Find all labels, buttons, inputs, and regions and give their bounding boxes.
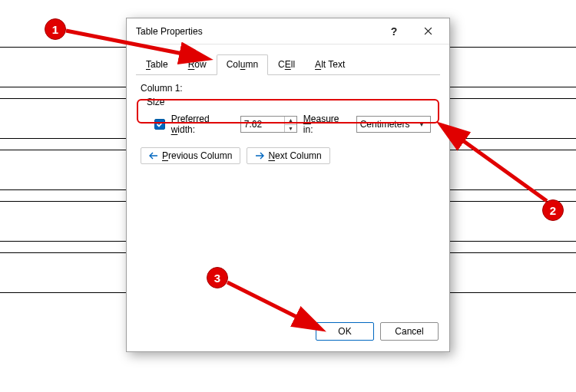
spinner-arrows: ▲ ▼: [284, 117, 296, 132]
measure-in-value: Centimeters: [360, 119, 416, 130]
size-group-label: Size: [147, 97, 437, 107]
check-icon: [156, 120, 164, 128]
close-icon: [424, 27, 432, 35]
tab-cell[interactable]: CEll: [268, 54, 305, 75]
preferred-width-checkbox[interactable]: [154, 119, 165, 130]
annotation-marker-2: 2: [542, 199, 564, 221]
tab-alt-text[interactable]: Alt Text: [305, 54, 355, 75]
column-number-label: Column 1:: [141, 83, 437, 94]
help-button[interactable]: ?: [377, 20, 411, 43]
dialog-body: Column 1: Size Preferred width: ▲ ▼ Meas…: [127, 75, 449, 315]
tab-row[interactable]: Row: [178, 54, 217, 75]
spinner-up-icon[interactable]: ▲: [285, 117, 296, 125]
ok-button[interactable]: OK: [316, 322, 374, 341]
width-spinner[interactable]: ▲ ▼: [240, 116, 297, 133]
size-row: Preferred width: ▲ ▼ Measure in: Centime…: [141, 109, 437, 140]
arrow-right-icon: [255, 152, 264, 160]
annotation-marker-3: 3: [207, 267, 228, 288]
tab-column[interactable]: Column: [217, 54, 268, 75]
cancel-button[interactable]: Cancel: [380, 322, 439, 341]
dialog-titlebar: Table Properties ?: [127, 18, 449, 44]
dialog-tabs: Table Row Column CEll Alt Text: [136, 54, 440, 75]
close-button[interactable]: [411, 20, 445, 43]
column-nav-row: Previous Column Next Column: [141, 147, 437, 164]
table-properties-dialog: Table Properties ? Table Row Column CEll…: [126, 18, 450, 352]
previous-column-button[interactable]: Previous Column: [141, 147, 240, 164]
tab-table[interactable]: Table: [136, 54, 178, 75]
arrow-left-icon: [149, 152, 158, 160]
width-input[interactable]: [241, 117, 284, 132]
dialog-title: Table Properties: [136, 26, 377, 37]
preferred-width-label: Preferred width:: [171, 114, 234, 135]
chevron-down-icon: ▼: [416, 121, 427, 128]
measure-in-label: Measure in:: [303, 114, 350, 135]
measure-in-select[interactable]: Centimeters ▼: [356, 116, 431, 133]
dialog-footer: OK Cancel: [127, 315, 449, 351]
annotation-marker-1: 1: [45, 18, 66, 40]
next-column-button[interactable]: Next Column: [247, 147, 329, 164]
spinner-down-icon[interactable]: ▼: [285, 125, 296, 133]
